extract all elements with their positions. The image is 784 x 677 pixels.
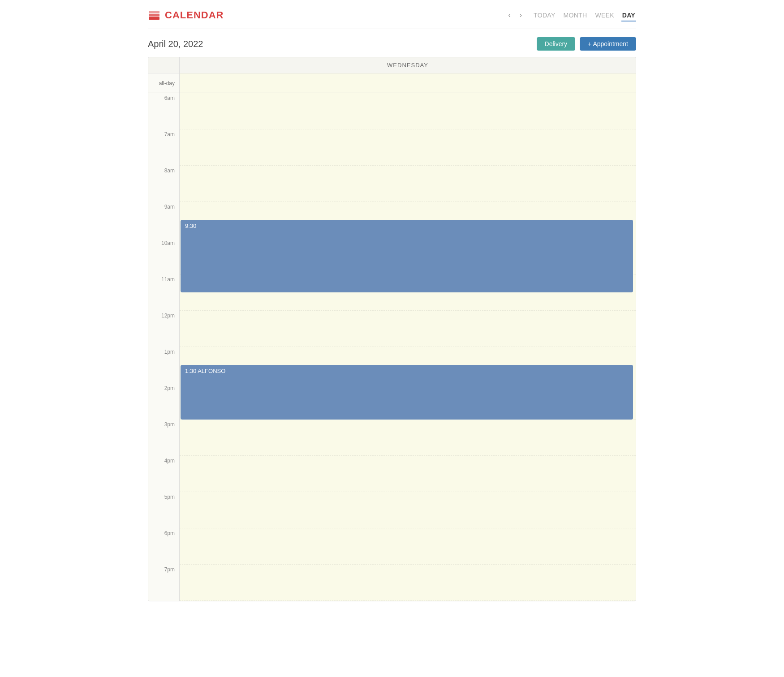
- logo-text: CALENDAR: [165, 9, 224, 21]
- today-button[interactable]: TODAY: [533, 9, 556, 21]
- cell-7am-half: [180, 154, 636, 166]
- nav-controls: ‹ › TODAY MONTH WEEK DAY: [505, 9, 636, 21]
- event-930-label: 9:30: [185, 223, 196, 229]
- cell-7pm-half: [180, 589, 636, 601]
- label-12pm: 12pm: [148, 311, 180, 335]
- logo-icon: [148, 10, 160, 21]
- time-rows: 6am 7am 8am: [148, 93, 636, 601]
- day-header: WEDNESDAY: [180, 57, 636, 73]
- current-date: April 20, 2022: [148, 39, 203, 49]
- slot-5pm-half: [148, 516, 636, 528]
- label-4pm: 4pm: [148, 456, 180, 480]
- slot-7am-half: [148, 154, 636, 166]
- cell-11am-half: [180, 299, 636, 311]
- label-7pm: 7pm: [148, 565, 180, 589]
- slot-8am: 8am: [148, 166, 636, 190]
- label-11am-half: [148, 299, 180, 311]
- label-1pm: 1pm: [148, 347, 180, 371]
- cell-3pm-half: [180, 444, 636, 456]
- label-6am: 6am: [148, 93, 180, 117]
- allday-label: all-day: [148, 73, 180, 93]
- label-9am-half: [148, 226, 180, 238]
- event-130-label: 1:30 ALFONSO: [185, 368, 225, 374]
- cell-4pm: [180, 456, 636, 480]
- label-3pm: 3pm: [148, 420, 180, 444]
- slot-4pm-half: [148, 480, 636, 492]
- cell-5pm-half: [180, 516, 636, 528]
- slot-12pm: 12pm: [148, 311, 636, 335]
- label-11am: 11am: [148, 274, 180, 299]
- cell-8am: [180, 166, 636, 190]
- slot-5pm: 5pm: [148, 492, 636, 516]
- cell-7am: [180, 129, 636, 154]
- slot-11am-half: [148, 299, 636, 311]
- label-10am: 10am: [148, 238, 180, 262]
- slot-12pm-half: [148, 335, 636, 347]
- label-4pm-half: [148, 480, 180, 492]
- label-8am: 8am: [148, 166, 180, 190]
- action-buttons: Delivery + Appointment: [537, 37, 636, 51]
- label-9am: 9am: [148, 202, 180, 226]
- header-label-spacer: [148, 57, 180, 73]
- svg-rect-0: [149, 11, 159, 13]
- nav-arrows: ‹ ›: [505, 9, 525, 21]
- label-6am-half: [148, 117, 180, 129]
- svg-rect-1: [149, 14, 159, 17]
- cell-12pm-half: [180, 335, 636, 347]
- label-7am: 7am: [148, 129, 180, 154]
- slot-3pm-half: [148, 444, 636, 456]
- grid-header: WEDNESDAY: [148, 57, 636, 73]
- week-button[interactable]: WEEK: [594, 9, 615, 21]
- month-button[interactable]: MONTH: [563, 9, 588, 21]
- slot-6am: 6am: [148, 93, 636, 117]
- label-5pm: 5pm: [148, 492, 180, 516]
- slot-7pm: 7pm: [148, 565, 636, 589]
- label-5pm-half: [148, 516, 180, 528]
- label-12pm-half: [148, 335, 180, 347]
- cell-5pm: [180, 492, 636, 516]
- label-6pm: 6pm: [148, 528, 180, 553]
- slot-8am-half: [148, 190, 636, 202]
- cell-3pm: [180, 420, 636, 444]
- label-3pm-half: [148, 444, 180, 456]
- cell-6am: [180, 93, 636, 117]
- label-1pm-half: [148, 371, 180, 383]
- slot-4pm: 4pm: [148, 456, 636, 480]
- label-2pm: 2pm: [148, 383, 180, 407]
- cell-6pm-half: [180, 553, 636, 565]
- slot-7am: 7am: [148, 129, 636, 154]
- event-130-alfonso[interactable]: 1:30 ALFONSO: [181, 365, 633, 420]
- slot-3pm: 3pm: [148, 420, 636, 444]
- app-header: CALENDAR ‹ › TODAY MONTH WEEK DAY: [148, 9, 636, 29]
- delivery-button[interactable]: Delivery: [537, 37, 576, 51]
- slot-6pm: 6pm: [148, 528, 636, 553]
- calendar-grid: WEDNESDAY all-day 6am 7: [148, 57, 636, 601]
- event-930[interactable]: 9:30: [181, 220, 633, 292]
- cell-7pm: [180, 565, 636, 589]
- day-button[interactable]: DAY: [621, 9, 636, 21]
- allday-content: [180, 73, 636, 93]
- cell-4pm-half: [180, 480, 636, 492]
- allday-row: all-day: [148, 73, 636, 93]
- slot-6am-half: [148, 117, 636, 129]
- prev-button[interactable]: ‹: [505, 9, 513, 21]
- cell-6pm: [180, 528, 636, 553]
- label-7pm-half: [148, 589, 180, 601]
- label-2pm-half: [148, 407, 180, 420]
- label-7am-half: [148, 154, 180, 166]
- appointment-button[interactable]: + Appointment: [580, 37, 636, 51]
- label-6pm-half: [148, 553, 180, 565]
- cell-6am-half: [180, 117, 636, 129]
- view-buttons: TODAY MONTH WEEK DAY: [533, 9, 636, 21]
- logo: CALENDAR: [148, 9, 224, 21]
- date-row: April 20, 2022 Delivery + Appointment: [148, 29, 636, 57]
- slot-7pm-half: [148, 589, 636, 601]
- cell-12pm: [180, 311, 636, 335]
- next-button[interactable]: ›: [517, 9, 525, 21]
- label-10am-half: [148, 262, 180, 274]
- slots-area: 6am 7am 8am: [148, 93, 636, 601]
- label-8am-half: [148, 190, 180, 202]
- svg-rect-2: [149, 17, 159, 20]
- slot-6pm-half: [148, 553, 636, 565]
- cell-8am-half: [180, 190, 636, 202]
